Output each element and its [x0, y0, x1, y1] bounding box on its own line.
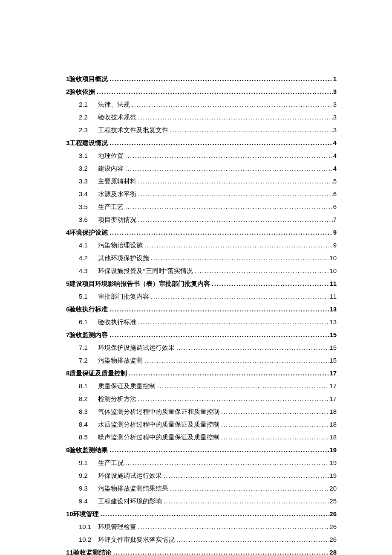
toc-title: 环境保护设施: [69, 226, 108, 239]
toc-entry[interactable]: 11 验收监测结论28: [66, 546, 337, 555]
toc-number: 3.4: [79, 188, 98, 200]
toc-page-number: 25: [329, 495, 337, 508]
toc-entry[interactable]: 3.6项目变动情况7: [66, 213, 337, 226]
toc-entry[interactable]: 8.3气体监测分析过程中的质量保证和质量控制18: [66, 405, 337, 418]
toc-page-number: 4: [333, 149, 337, 162]
toc-number: 3.6: [79, 213, 98, 226]
toc-leader-dots: [124, 456, 329, 469]
toc-number: 2.1: [79, 98, 98, 111]
toc-leader-dots: [219, 418, 329, 431]
toc-entry[interactable]: 8.5噪声监测分析过程中的质量保证及质量控制18: [66, 431, 337, 444]
toc-entry[interactable]: 8.1质量保证及质量控制17: [66, 380, 337, 392]
toc-title: 验收项目概况: [69, 73, 108, 85]
toc-entry[interactable]: 4.1污染物治理设施9: [66, 239, 337, 252]
toc-entry[interactable]: 2.2验收技术规范3: [66, 111, 337, 124]
toc-title: 质量保证及质量控制: [69, 367, 127, 380]
toc-page-number: 3: [333, 124, 337, 137]
toc-number: 4.1: [79, 239, 98, 252]
toc-leader-dots: [162, 495, 329, 508]
toc-entry[interactable]: 2.3工程技术文件及批复文件3: [66, 124, 337, 137]
toc-page-number: 26: [329, 533, 337, 546]
toc-entry[interactable]: 7 验收监测内容15: [66, 328, 337, 341]
toc-leader-dots: [136, 111, 333, 124]
toc-entry[interactable]: 3.5生产工艺6: [66, 200, 337, 213]
toc-number: 7.1: [79, 341, 98, 354]
toc-title: 环境管理检查: [98, 520, 136, 533]
toc-page-number: 28: [329, 546, 337, 555]
toc-leader-dots: [156, 380, 329, 392]
toc-entry[interactable]: 9.1生产工况19: [66, 456, 337, 469]
toc-page-number: 18: [329, 405, 337, 418]
toc-leader-dots: [108, 226, 333, 239]
toc-entry[interactable]: 7.1环境保护设施调试运行效果15: [66, 341, 337, 354]
toc-number: 8.2: [79, 392, 98, 405]
toc-entry[interactable]: 4.2其他环境保护设施10: [66, 252, 337, 264]
toc-title: 工程建设情况: [69, 137, 108, 149]
toc-entry[interactable]: 3 工程建设情况4: [66, 137, 337, 149]
toc-page-number: 4: [333, 137, 337, 149]
toc-page-number: 20: [329, 482, 337, 495]
toc-title: 环评文件审批要求落实情况: [98, 533, 175, 546]
toc-entry[interactable]: 3.3主要原辅材料5: [66, 175, 337, 188]
toc-leader-dots: [99, 508, 330, 520]
toc-entry[interactable]: 5 建设项目环境影响报告书（表）审批部门批复内容11: [66, 277, 337, 290]
toc-entry[interactable]: 10.1环境管理检查26: [66, 520, 337, 533]
toc-entry[interactable]: 8.2检测分析方法17: [66, 392, 337, 405]
toc-entry[interactable]: 6.1验收执行标准13: [66, 316, 337, 328]
toc-page-number: 19: [329, 469, 337, 482]
toc-entry[interactable]: 8 质量保证及质量控制17: [66, 367, 337, 380]
toc-entry[interactable]: 9.4工程建设对环境的影响25: [66, 495, 337, 508]
toc-title: 验收依据: [69, 85, 95, 98]
toc-entry[interactable]: 2.1法律、法规3: [66, 98, 337, 111]
toc-number: 4.3: [79, 264, 98, 277]
toc-leader-dots: [149, 290, 329, 303]
toc-entry[interactable]: 10 环境管理26: [66, 508, 337, 520]
toc-title: 水质监测分析过程中的质量保证及质量控制: [98, 418, 219, 431]
toc-number: 3.5: [79, 200, 98, 213]
toc-leader-dots: [108, 328, 329, 341]
toc-entry[interactable]: 6 验收执行标准13: [66, 303, 337, 316]
toc-entry[interactable]: 8.4水质监测分析过程中的质量保证及质量控制18: [66, 418, 337, 431]
toc-leader-dots: [136, 213, 333, 226]
toc-title: 工程技术文件及批复文件: [98, 124, 168, 137]
toc-page-number: 3: [333, 98, 337, 111]
toc-entry[interactable]: 1 验收项目概况1: [66, 73, 337, 85]
toc-title: 法律、法规: [98, 98, 130, 111]
toc-title: 验收监测内容: [69, 328, 108, 341]
toc-number: 11: [66, 546, 73, 555]
toc-number: 2.3: [79, 124, 98, 137]
toc-number: 3.1: [79, 149, 98, 162]
toc-number: 3.3: [79, 175, 98, 188]
toc-entry[interactable]: 9 验收监测结果19: [66, 444, 337, 456]
toc-entry[interactable]: 4 环境保护设施9: [66, 226, 337, 239]
toc-entry[interactable]: 10.2环评文件审批要求落实情况26: [66, 533, 337, 546]
toc-title: 环境保护设施调试运行效果: [98, 341, 175, 354]
toc-number: 6.1: [79, 316, 98, 328]
toc-number: 8.4: [79, 418, 98, 431]
toc-number: 5.1: [79, 290, 98, 303]
toc-page-number: 1: [333, 73, 337, 85]
toc-entry[interactable]: 2 验收依据3: [66, 85, 337, 98]
toc-leader-dots: [136, 392, 329, 405]
toc-number: 4.2: [79, 252, 98, 264]
toc-leader-dots: [136, 188, 333, 200]
toc-entry[interactable]: 4.3环保设施投资及“三同时”落实情况10: [66, 264, 337, 277]
toc-entry[interactable]: 9.3污染物排放监测结果结果20: [66, 482, 337, 495]
toc-entry[interactable]: 3.2建设内容4: [66, 162, 337, 175]
toc-title: 生产工艺: [98, 200, 124, 213]
toc-leader-dots: [108, 303, 329, 316]
toc-leader-dots: [193, 264, 329, 277]
toc-title: 生产工况: [98, 456, 124, 469]
toc-title: 污染物排放监测: [98, 354, 143, 367]
toc-page-number: 26: [329, 508, 337, 520]
toc-entry[interactable]: 3.4水源及水平衡6: [66, 188, 337, 200]
toc-entry[interactable]: 5.1审批部门批复内容11: [66, 290, 337, 303]
toc-entry[interactable]: 9.2环保设施调试运行效果19: [66, 469, 337, 482]
toc-leader-dots: [149, 252, 329, 264]
toc-page-number: 10: [329, 264, 337, 277]
toc-entry[interactable]: 3.1地理位置4: [66, 149, 337, 162]
toc-entry[interactable]: 7.2污染物排放监测15: [66, 354, 337, 367]
toc-number: 10: [66, 508, 73, 520]
toc-title: 环保设施投资及“三同时”落实情况: [98, 264, 193, 277]
toc-title: 水源及水平衡: [98, 188, 136, 200]
